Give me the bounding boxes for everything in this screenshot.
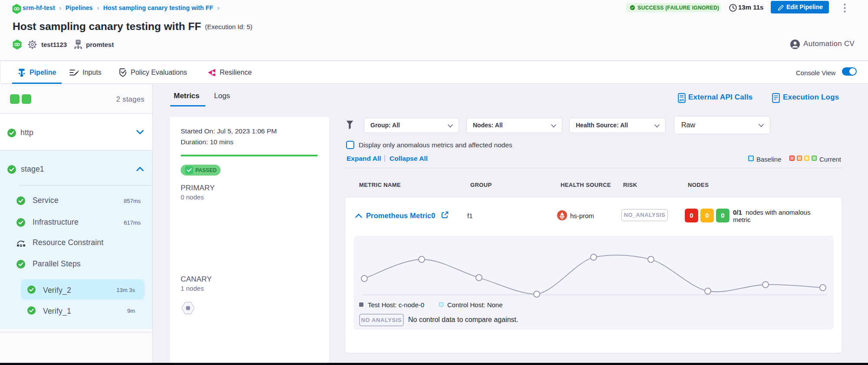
svg-text:API: API <box>679 99 684 102</box>
